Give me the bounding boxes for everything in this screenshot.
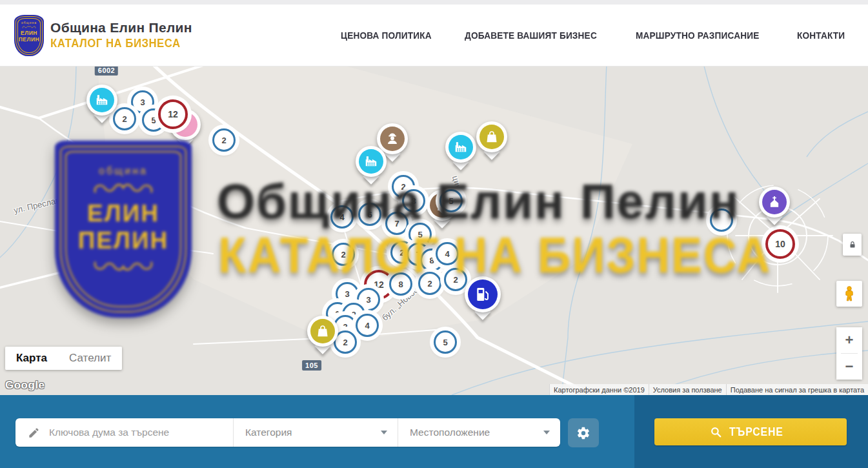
- map-attribution: Картографски данни ©2019Условия за ползв…: [549, 384, 868, 395]
- emblem-name-line2: ПЕЛИН: [19, 36, 40, 43]
- watermark-emblem: община ЕЛИН ПЕЛИН: [55, 141, 192, 318]
- street-view-lock-button[interactable]: [843, 234, 862, 256]
- pin-head: [445, 132, 476, 163]
- bag-icon: [310, 319, 335, 343]
- attribution-text: Картографски данни ©2019: [549, 384, 649, 395]
- worker-icon: [380, 127, 405, 151]
- search-button[interactable]: ТЪРСЕНЕ: [654, 418, 847, 445]
- lock-icon: [848, 239, 857, 250]
- nav-item[interactable]: МАРШРУТНО РАЗПИСАНИЕ: [636, 30, 760, 41]
- pin-head: [356, 146, 387, 177]
- church-icon: [762, 190, 787, 214]
- pegman-icon: [841, 284, 858, 303]
- cluster-marker[interactable]: 5: [434, 331, 457, 354]
- cluster-marker[interactable]: 2: [212, 128, 236, 152]
- site-subtitle: КАТАЛОГ НА БИЗНЕСА: [50, 36, 181, 50]
- bag-icon: [479, 125, 504, 149]
- nav-item[interactable]: ЦЕНОВА ПОЛИТИКА: [341, 30, 432, 41]
- page-top-strip: [0, 0, 868, 5]
- pin-head: [759, 187, 790, 218]
- factory-icon: [449, 135, 473, 159]
- search-button-label: ТЪРСЕНЕ: [729, 425, 783, 439]
- emblem-ornament-icon: [22, 25, 36, 29]
- chevron-down-icon: [543, 431, 550, 434]
- emblem-name-line1: ЕЛИН: [21, 30, 37, 36]
- zoom-control: + −: [836, 327, 862, 380]
- map-type-map-button[interactable]: Карта: [5, 347, 58, 370]
- cluster-marker[interactable]: 2: [113, 107, 136, 130]
- attribution-link[interactable]: Условия за ползване: [649, 384, 726, 395]
- pin-head: [86, 85, 117, 116]
- brand-text: Община Елин Пелин КАТАЛОГ НА БИЗНЕСА: [50, 20, 198, 50]
- location-dropdown[interactable]: Местоположение: [398, 418, 560, 447]
- advanced-search-settings-button[interactable]: [568, 418, 599, 447]
- map-type-satellite-button[interactable]: Сателит: [58, 347, 122, 370]
- nav-item[interactable]: ДОБАВЕТЕ ВАШИЯТ БИЗНЕС: [465, 30, 597, 41]
- search-button-panel: ТЪРСЕНЕ: [634, 395, 868, 468]
- pin-head: [307, 316, 338, 347]
- emblem-ornament-icon: [92, 181, 154, 196]
- cluster-marker[interactable]: 12: [158, 99, 188, 129]
- watermark-emblem-name-line1: ЕЛИН: [87, 200, 159, 227]
- search-bar: Категория Местоположение ТЪРСЕНЕ: [0, 395, 868, 468]
- nav-item[interactable]: КОНТАКТИ: [797, 30, 845, 41]
- factory-icon: [359, 149, 383, 174]
- site-brand[interactable]: община ЕЛИН ПЕЛИН Община Елин Пелин КАТА…: [14, 15, 198, 56]
- watermark-emblem-name-line2: ПЕЛИН: [78, 227, 169, 254]
- attribution-link[interactable]: Подаване на сигнал за грешка в картата: [726, 384, 868, 395]
- pegman-control[interactable]: [836, 281, 862, 307]
- factory-icon: [90, 88, 114, 112]
- municipality-emblem-logo: община ЕЛИН ПЕЛИН: [14, 15, 44, 56]
- keyword-field: [15, 418, 233, 447]
- emblem-top-text: община: [21, 21, 37, 25]
- road-number-badge: 6002: [95, 66, 118, 76]
- gear-icon: [576, 426, 590, 440]
- keyword-search-input[interactable]: [48, 426, 212, 439]
- google-logo[interactable]: Google: [5, 379, 45, 392]
- category-dropdown-label: Категория: [245, 427, 292, 438]
- pencil-icon: [28, 427, 40, 439]
- cluster-marker[interactable]: 4: [356, 314, 379, 337]
- site-header: община ЕЛИН ПЕЛИН Община Елин Пелин КАТА…: [0, 5, 868, 66]
- watermark-title: Община Елин Пелин: [217, 173, 740, 229]
- search-fields-group: Категория Местоположение: [15, 418, 560, 447]
- main-nav: ЦЕНОВА ПОЛИТИКАДОБАВЕТЕ ВАШИЯТ БИЗНЕСМАР…: [341, 30, 851, 41]
- site-title: Община Елин Пелин: [50, 20, 198, 36]
- pin-head: [476, 121, 507, 152]
- category-dropdown[interactable]: Категория: [233, 418, 398, 447]
- watermark-emblem-top-text: община: [99, 165, 148, 177]
- search-icon: [710, 426, 722, 438]
- zoom-in-button[interactable]: +: [836, 327, 862, 353]
- map-type-control: Карта Сателит: [5, 347, 122, 370]
- road-number-badge: 105: [302, 360, 321, 371]
- emblem-ornament-icon: [92, 258, 154, 274]
- map-viewport[interactable]: ул. Преславбул. „Новоселции6002105 32512…: [0, 66, 868, 395]
- location-dropdown-label: Местоположение: [410, 427, 490, 438]
- zoom-out-button[interactable]: −: [836, 354, 862, 380]
- chevron-down-icon: [381, 431, 387, 434]
- watermark-subtitle: КАТАЛОГ НА БИЗНЕСА: [218, 226, 771, 285]
